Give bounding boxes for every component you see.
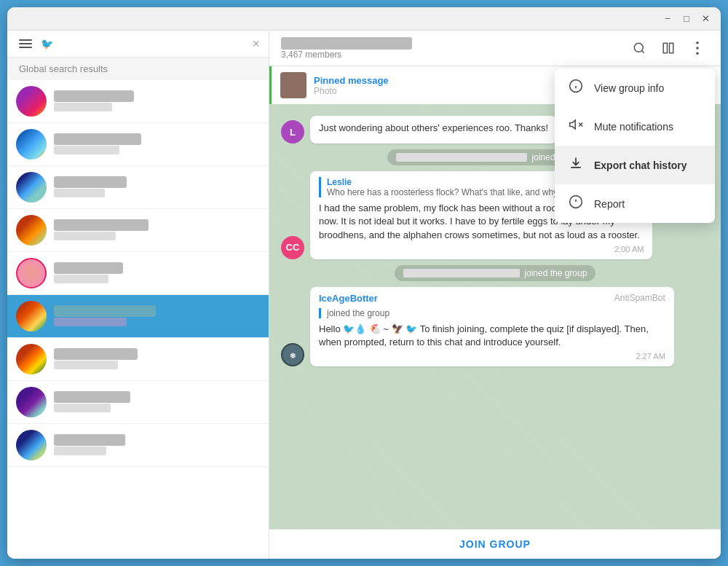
avatar [16, 301, 47, 331]
list-item-active[interactable] [7, 295, 269, 338]
contact-list [7, 80, 269, 559]
contact-preview [54, 231, 260, 241]
list-item[interactable] [7, 381, 269, 424]
hamburger-button[interactable] [16, 36, 35, 51]
join-notification: joined the group [395, 265, 596, 281]
contact-name [54, 90, 260, 102]
svg-text:❄: ❄ [290, 352, 296, 360]
contact-name [54, 176, 260, 188]
avatar [16, 430, 47, 460]
search-label: Global search results [7, 58, 269, 80]
anti-spam-label: AntiSpamBot [614, 293, 665, 304]
dropdown-item-label: Export chat history [594, 160, 687, 171]
list-item[interactable] [7, 252, 269, 295]
contact-preview [54, 446, 260, 456]
contact-preview [54, 145, 260, 155]
dropdown-item-report[interactable]: Report [555, 184, 715, 223]
search-input[interactable] [41, 38, 246, 50]
clear-search-button[interactable]: × [252, 37, 260, 50]
contact-name [54, 133, 260, 145]
app-window: − □ ✕ × Global search results [7, 7, 721, 559]
pinned-thumbnail [280, 72, 306, 98]
contact-name [54, 391, 260, 403]
avatar: CC [281, 236, 304, 259]
list-item[interactable] [7, 123, 269, 166]
svg-rect-2 [663, 43, 667, 53]
chat-header: 3,467 members [269, 31, 721, 66]
quoted-message: joined the group [319, 308, 665, 318]
message-time: 2:27 AM [319, 352, 665, 361]
avatar: ❄ [281, 343, 304, 366]
info-icon [568, 79, 584, 97]
svg-point-6 [696, 52, 699, 55]
contact-preview [54, 403, 260, 413]
message-sender: IceAgeBotter [319, 293, 378, 304]
message-time: 2:00 AM [319, 245, 644, 253]
column-view-button[interactable] [657, 36, 680, 60]
svg-point-4 [696, 42, 699, 44]
contact-preview [54, 102, 260, 112]
search-button[interactable] [628, 36, 651, 60]
avatar [16, 172, 47, 203]
svg-point-0 [634, 43, 643, 52]
message-text: Just wondering about others' experiences… [319, 122, 548, 135]
message-bubble: IceAgeBotter AntiSpamBot joined the grou… [310, 287, 674, 366]
dropdown-item-label: Report [594, 198, 625, 210]
pinned-label: Pinned message [314, 75, 389, 86]
contact-name [54, 348, 260, 360]
svg-rect-3 [670, 43, 673, 53]
sidebar: × Global search results [7, 31, 269, 559]
contact-name [54, 434, 260, 446]
avatar [16, 129, 47, 160]
dropdown-item-export[interactable]: Export chat history [555, 146, 715, 184]
report-icon [568, 194, 584, 213]
contact-preview [54, 317, 260, 327]
list-item[interactable] [7, 209, 269, 252]
contact-preview [54, 274, 260, 284]
join-group-button[interactable]: JOIN GROUP [459, 538, 531, 550]
svg-line-1 [641, 50, 644, 52]
message-bubble: Just wondering about others' experiences… [310, 116, 557, 144]
avatar [16, 387, 47, 417]
dropdown-item-view-info[interactable]: View group info [555, 68, 715, 107]
quoted-text: joined the group [327, 308, 665, 318]
avatar [16, 86, 47, 117]
contact-name [54, 219, 260, 231]
maximize-button[interactable]: □ [677, 11, 696, 27]
contact-preview [54, 188, 260, 198]
search-bar: × [7, 31, 269, 58]
svg-marker-12 [570, 120, 576, 129]
contact-preview [54, 360, 260, 370]
close-button[interactable]: ✕ [696, 11, 715, 27]
list-item[interactable] [7, 166, 269, 209]
message-text: Hello 🐦💧 🐔 ~ 🦅 🐦 To finish joining, comp… [319, 323, 665, 349]
chat-member-count: 3,467 members [281, 50, 628, 60]
minimize-button[interactable]: − [658, 11, 677, 27]
dropdown-item-label: Mute notifications [594, 121, 673, 133]
mute-icon [568, 117, 584, 135]
chat-area: 3,467 members [269, 31, 721, 559]
dropdown-item-label: View group info [594, 82, 664, 94]
title-bar: − □ ✕ [7, 7, 721, 31]
list-item[interactable] [7, 80, 269, 123]
avatar [16, 258, 47, 288]
message-row: ❄ IceAgeBotter AntiSpamBot joined the gr… [281, 287, 709, 366]
contact-name [54, 305, 260, 317]
contact-name [54, 262, 260, 274]
main-content: × Global search results [7, 31, 721, 559]
avatar [16, 215, 47, 245]
dropdown-menu: View group info Mute notifications [555, 68, 715, 223]
more-options-button[interactable] [686, 36, 709, 60]
list-item[interactable] [7, 424, 269, 467]
pinned-sub: Photo [314, 86, 389, 96]
export-icon [568, 156, 584, 174]
list-item[interactable] [7, 338, 269, 381]
avatar [16, 344, 47, 374]
dropdown-item-mute[interactable]: Mute notifications [555, 107, 715, 146]
chat-group-name [281, 37, 628, 50]
avatar: L [281, 120, 304, 144]
svg-point-5 [696, 47, 699, 50]
join-footer: JOIN GROUP [269, 529, 721, 559]
